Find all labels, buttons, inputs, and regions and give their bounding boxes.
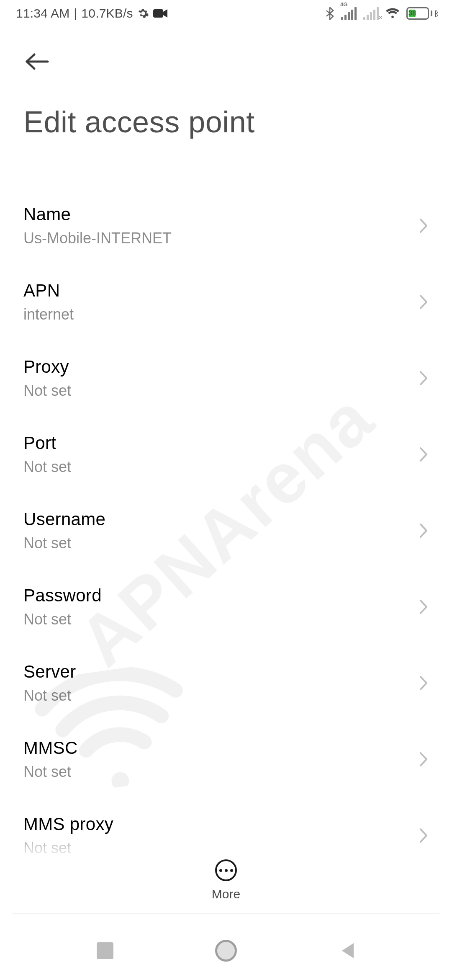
chevron-right-icon xyxy=(419,294,429,310)
nav-recent-button[interactable] xyxy=(97,942,113,959)
row-proxy[interactable]: Proxy Not set xyxy=(23,342,429,418)
battery-percent: 38 xyxy=(408,10,416,17)
nav-home-button[interactable] xyxy=(215,940,237,962)
chevron-right-icon xyxy=(419,599,429,615)
row-value: Not set xyxy=(23,763,78,781)
row-title: MMSC xyxy=(23,738,78,758)
battery-indicator: 38 𐊡 xyxy=(406,7,439,20)
settings-list: Name Us-Mobile-INTERNET APN internet Pro… xyxy=(0,139,452,875)
row-value: Us-Mobile-INTERNET xyxy=(23,230,172,247)
more-dots-icon xyxy=(219,869,233,872)
camera-icon xyxy=(153,8,167,18)
signal-sim2-icon: ✕ xyxy=(363,7,379,20)
gear-icon xyxy=(137,8,149,19)
more-label: More xyxy=(212,887,240,901)
row-value: Not set xyxy=(23,534,105,552)
chevron-right-icon xyxy=(419,523,429,539)
row-name[interactable]: Name Us-Mobile-INTERNET xyxy=(23,189,429,266)
chevron-right-icon xyxy=(419,751,429,767)
row-password[interactable]: Password Not set xyxy=(23,570,429,647)
chevron-right-icon xyxy=(419,675,429,691)
row-username[interactable]: Username Not set xyxy=(23,494,429,570)
chevron-right-icon xyxy=(419,828,429,843)
row-title: MMS proxy xyxy=(23,814,113,834)
row-apn[interactable]: APN internet xyxy=(23,266,429,342)
row-value: Not set xyxy=(23,611,102,628)
chevron-right-icon xyxy=(419,446,429,462)
row-title: Proxy xyxy=(23,357,71,377)
row-value: Not set xyxy=(23,382,71,400)
status-network-speed: 10.7KB/s xyxy=(81,6,133,21)
row-title: Port xyxy=(23,433,71,453)
row-value: internet xyxy=(23,306,74,323)
row-server[interactable]: Server Not set xyxy=(23,647,429,723)
wifi-icon xyxy=(385,8,400,19)
row-mmsc[interactable]: MMSC Not set xyxy=(23,723,429,799)
signal-sim1-icon: 4G xyxy=(341,7,357,20)
row-title: Username xyxy=(23,509,105,529)
row-title: Password xyxy=(23,585,102,606)
status-time: 11:34 AM xyxy=(16,6,69,21)
chevron-right-icon xyxy=(419,218,429,234)
row-value: Not set xyxy=(23,687,76,704)
row-value: Not set xyxy=(23,458,71,476)
row-port[interactable]: Port Not set xyxy=(23,418,429,494)
divider xyxy=(13,913,439,914)
row-title: Name xyxy=(23,204,172,224)
system-nav-bar xyxy=(0,921,452,980)
network-4g-label: 4G xyxy=(340,1,347,8)
chevron-right-icon xyxy=(419,370,429,386)
status-separator: | xyxy=(74,6,77,21)
page-title: Edit access point xyxy=(0,71,452,139)
nav-back-button[interactable] xyxy=(339,941,355,960)
status-bar: 11:34 AM | 10.7KB/s 4G ✕ 38 𐊡 xyxy=(0,0,452,27)
row-title: Server xyxy=(23,662,76,682)
bluetooth-icon xyxy=(325,7,334,20)
charging-icon: 𐊡 xyxy=(434,7,439,20)
row-value: Not set xyxy=(23,839,113,857)
more-button[interactable] xyxy=(215,859,237,881)
svg-rect-0 xyxy=(153,9,163,18)
back-button[interactable] xyxy=(23,52,452,71)
row-title: APN xyxy=(23,281,74,301)
